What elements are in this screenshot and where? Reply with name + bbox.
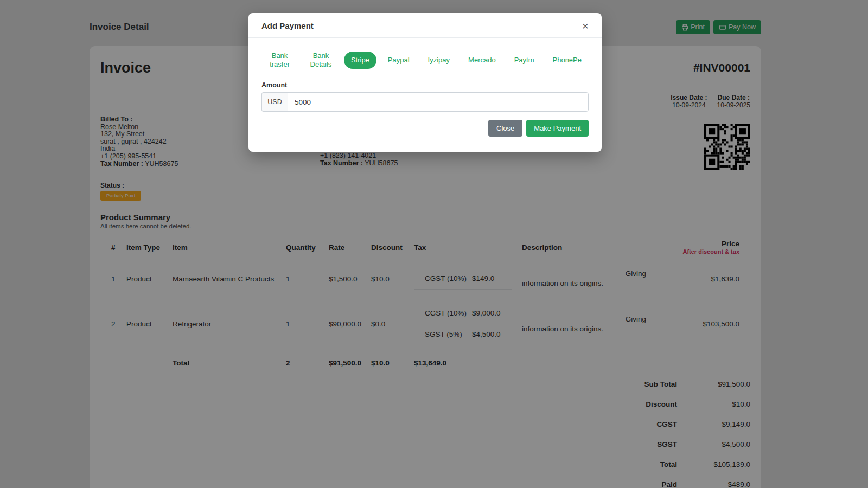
tab-bank-details[interactable]: Bank Details — [302, 47, 340, 73]
modal-title: Add Payment — [261, 21, 314, 30]
close-button[interactable]: Close — [488, 120, 522, 137]
tab-paypal[interactable]: Paypal — [381, 52, 417, 69]
close-icon[interactable]: × — [582, 22, 589, 30]
amount-label: Amount — [261, 81, 589, 89]
payment-method-tabs: Bank trasfer Bank Details Stripe Paypal … — [261, 47, 589, 73]
tab-mercado[interactable]: Mercado — [461, 52, 503, 69]
currency-addon: USD — [261, 92, 288, 112]
amount-input[interactable] — [288, 92, 589, 112]
make-payment-button[interactable]: Make Payment — [526, 120, 589, 137]
tab-phonepe[interactable]: PhonePe — [546, 52, 589, 69]
add-payment-modal: Add Payment × Bank trasfer Bank Details … — [248, 13, 602, 152]
tab-bank-transfer[interactable]: Bank trasfer — [261, 47, 298, 73]
tab-iyzipay[interactable]: Iyzipay — [421, 52, 457, 69]
tab-paytm[interactable]: Paytm — [507, 52, 541, 69]
tab-stripe[interactable]: Stripe — [344, 52, 376, 69]
invoice-detail-page: Invoice Detail Print — [0, 0, 868, 488]
